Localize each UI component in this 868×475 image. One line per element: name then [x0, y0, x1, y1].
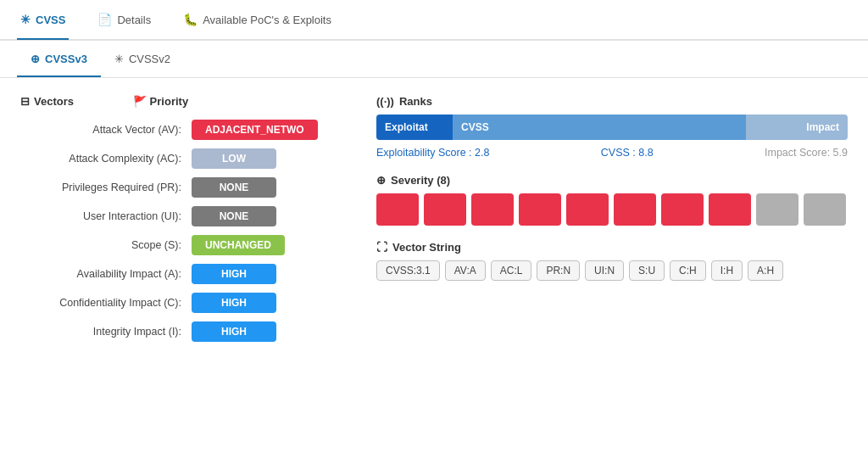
ranks-icon: ((·)) — [376, 95, 394, 108]
severity-box — [614, 193, 656, 226]
severity-box — [471, 193, 514, 226]
vector-row: Attack Vector (AV):ADJACENT_NETWO — [20, 120, 342, 140]
vectors-icon: ⊟ — [20, 95, 30, 108]
details-icon: 📄 — [97, 13, 112, 26]
exploitability-score: Exploitability Score : 2.8 — [376, 147, 489, 159]
vector-tag[interactable]: UI:N — [585, 260, 624, 281]
vector-tag[interactable]: C:H — [670, 260, 706, 281]
severity-box — [566, 193, 609, 226]
severity-box — [376, 193, 419, 226]
vector-label: Privileges Required (PR): — [20, 182, 181, 193]
vector-tag[interactable]: AC:L — [491, 260, 532, 281]
vector-string-section: ⛶ Vector String CVSS:3.1AV:AAC:LPR:NUI:N… — [376, 241, 848, 281]
ranks-bar-impact: Impact — [746, 115, 848, 140]
vector-label: User Interaction (UI): — [20, 210, 181, 222]
vector-rows: Attack Vector (AV):ADJACENT_NETWOAttack … — [20, 120, 342, 342]
severity-box — [519, 193, 561, 226]
severity-box — [661, 193, 704, 226]
severity-icon: ⊕ — [376, 174, 386, 187]
severity-box — [804, 193, 846, 226]
vector-row: Integrity Impact (I):HIGH — [20, 321, 342, 342]
vector-row: Attack Complexity (AC):LOW — [20, 148, 342, 169]
main-content: ⊟ Vectors 🚩 Priority Attack Vector (AV):… — [0, 78, 868, 367]
impact-score: Impact Score: 5.9 — [765, 147, 848, 159]
vector-badge[interactable]: HIGH — [192, 321, 276, 342]
tabs-row: ⊕ CVSSv3 ✳ CVSSv2 — [0, 41, 868, 78]
vectors-header: ⊟ Vectors 🚩 Priority — [20, 95, 342, 108]
vector-label: Attack Vector (AV): — [20, 124, 181, 136]
nav-details[interactable]: 📄 Details — [94, 1, 154, 40]
severity-box — [756, 193, 798, 226]
nav-details-label: Details — [117, 14, 151, 26]
ranks-bar-exploit: Exploitat — [376, 115, 453, 140]
vector-badge[interactable]: HIGH — [192, 264, 276, 284]
severity-box — [709, 193, 751, 226]
tab-cvssv2[interactable]: ✳ CVSSv2 — [101, 42, 184, 77]
vector-badge[interactable]: NONE — [192, 206, 276, 226]
ranks-bar: Exploitat CVSS Impact — [376, 115, 848, 140]
scores-row: Exploitability Score : 2.8 CVSS : 8.8 Im… — [376, 147, 848, 159]
vectors-title: ⊟ Vectors — [20, 95, 74, 108]
ranks-section: ((·)) Ranks Exploitat CVSS Impact Exploi… — [376, 95, 848, 159]
vector-badge[interactable]: LOW — [192, 148, 276, 169]
poc-icon: 🐛 — [183, 13, 198, 26]
priority-title: 🚩 Priority — [133, 95, 188, 108]
cvss-score: CVSS : 8.8 — [601, 147, 654, 159]
vector-row: Availability Impact (A):HIGH — [20, 264, 342, 284]
vector-tag[interactable]: PR:N — [537, 260, 580, 281]
vector-tag[interactable]: S:U — [629, 260, 665, 281]
ranks-title: ((·)) Ranks — [376, 95, 848, 108]
priority-icon: 🚩 — [133, 95, 147, 108]
vector-tag[interactable]: AV:A — [445, 260, 486, 281]
vector-row: Privileges Required (PR):NONE — [20, 177, 342, 198]
vector-tag[interactable]: CVSS:3.1 — [376, 260, 440, 281]
top-navigation: ✳ CVSS 📄 Details 🐛 Available PoC's & Exp… — [0, 0, 868, 41]
vector-label: Scope (S): — [20, 239, 181, 251]
right-panel: ((·)) Ranks Exploitat CVSS Impact Exploi… — [376, 95, 848, 350]
nav-cvss-label: CVSS — [36, 14, 65, 26]
vector-row: Confidentiality Impact (C):HIGH — [20, 293, 342, 313]
nav-poc[interactable]: 🐛 Available PoC's & Exploits — [180, 1, 335, 40]
vector-badge[interactable]: ADJACENT_NETWO — [192, 120, 318, 140]
vector-label: Attack Complexity (AC): — [20, 153, 181, 165]
nav-cvss[interactable]: ✳ CVSS — [17, 1, 69, 40]
vector-string-title: ⛶ Vector String — [376, 241, 848, 254]
severity-section: ⊕ Severity (8) — [376, 174, 848, 226]
severity-boxes — [376, 193, 848, 226]
vector-row: User Interaction (UI):NONE — [20, 206, 342, 226]
ranks-bar-cvss: CVSS — [453, 115, 746, 140]
tab-cvssv3-icon: ⊕ — [31, 53, 40, 65]
vector-label: Availability Impact (A): — [20, 268, 181, 280]
severity-title: ⊕ Severity (8) — [376, 174, 848, 187]
tab-cvssv3-label: CVSSv3 — [45, 53, 87, 65]
vector-label: Integrity Impact (I): — [20, 326, 181, 338]
cvss-icon: ✳ — [20, 13, 31, 26]
vector-label: Confidentiality Impact (C): — [20, 297, 181, 309]
nav-poc-label: Available PoC's & Exploits — [203, 14, 331, 26]
tab-cvssv2-label: CVSSv2 — [129, 53, 170, 65]
vector-row: Scope (S):UNCHANGED — [20, 235, 342, 255]
severity-box — [424, 193, 466, 226]
vector-tag[interactable]: I:H — [711, 260, 743, 281]
left-panel: ⊟ Vectors 🚩 Priority Attack Vector (AV):… — [20, 95, 342, 350]
tab-cvssv3[interactable]: ⊕ CVSSv3 — [17, 42, 101, 77]
vector-badge[interactable]: NONE — [192, 177, 276, 198]
tab-cvssv2-icon: ✳ — [114, 53, 124, 65]
vector-tags: CVSS:3.1AV:AAC:LPR:NUI:NS:UC:HI:HA:H — [376, 260, 848, 281]
vector-tag[interactable]: A:H — [748, 260, 783, 281]
vector-badge[interactable]: UNCHANGED — [192, 235, 285, 255]
vector-string-icon: ⛶ — [376, 241, 387, 254]
vector-badge[interactable]: HIGH — [192, 293, 276, 313]
